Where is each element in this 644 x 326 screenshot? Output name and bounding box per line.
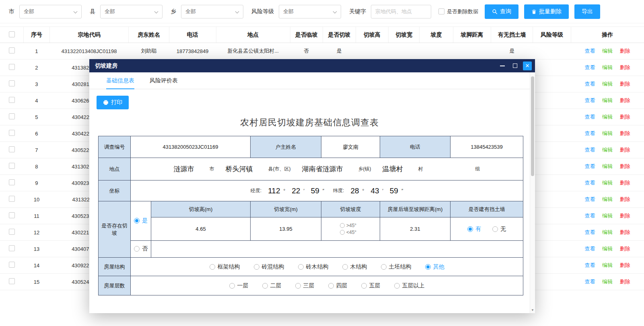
row-checkbox[interactable] xyxy=(9,97,15,103)
edit-link[interactable]: 编辑 xyxy=(602,163,613,169)
deleted-data-checkbox[interactable] xyxy=(438,8,444,14)
tab-basic-info[interactable]: 基础信息表 xyxy=(106,72,134,89)
edit-link[interactable]: 编辑 xyxy=(602,196,613,202)
structure-option[interactable]: 木结构 xyxy=(342,263,367,271)
cell-no: 10 xyxy=(24,191,50,208)
export-button[interactable]: 导出 xyxy=(574,4,600,19)
edit-link[interactable]: 编辑 xyxy=(602,147,613,153)
edit-link[interactable]: 编辑 xyxy=(602,81,613,87)
floors-option[interactable]: 一层 xyxy=(229,282,249,289)
row-checkbox[interactable] xyxy=(9,278,15,284)
row-checkbox[interactable] xyxy=(9,212,15,218)
row-checkbox[interactable] xyxy=(9,245,15,251)
structure-option[interactable]: 其他 xyxy=(425,263,444,271)
view-link[interactable]: 查看 xyxy=(584,213,595,219)
row-checkbox[interactable] xyxy=(9,163,15,169)
structure-option[interactable]: 砖混结构 xyxy=(254,263,284,271)
cut-slope-yes-option[interactable]: 是 xyxy=(134,217,148,224)
view-link[interactable]: 查看 xyxy=(584,262,595,268)
delete-link[interactable]: 删除 xyxy=(620,64,630,70)
delete-link[interactable]: 删除 xyxy=(620,196,630,202)
floors-option[interactable]: 五层 xyxy=(361,282,381,289)
close-button[interactable]: ✕ xyxy=(523,62,532,70)
delete-link[interactable]: 删除 xyxy=(620,213,630,219)
view-link[interactable]: 查看 xyxy=(584,163,595,169)
view-link[interactable]: 查看 xyxy=(584,64,595,70)
view-link[interactable]: 查看 xyxy=(584,279,595,285)
row-checkbox[interactable] xyxy=(9,64,15,70)
modal-scrollbar-thumb[interactable] xyxy=(531,76,534,176)
structure-option[interactable]: 砖木结构 xyxy=(298,263,329,271)
view-link[interactable]: 查看 xyxy=(584,114,595,120)
view-link[interactable]: 查看 xyxy=(584,229,595,235)
row-checkbox[interactable] xyxy=(9,47,15,53)
modal-scrollbar-track[interactable]: ▼ xyxy=(530,72,535,313)
select-all-checkbox[interactable] xyxy=(9,31,15,37)
minimize-button[interactable] xyxy=(498,62,507,70)
view-link[interactable]: 查看 xyxy=(584,48,595,54)
delete-link[interactable]: 删除 xyxy=(620,130,630,136)
row-checkbox[interactable] xyxy=(9,80,15,86)
deleted-data-checkbox-wrap[interactable]: 是否删除数据 xyxy=(438,8,478,15)
delete-link[interactable]: 删除 xyxy=(620,97,630,103)
delete-link[interactable]: 删除 xyxy=(620,48,630,54)
wall-no-option[interactable]: 无 xyxy=(492,226,506,233)
edit-link[interactable]: 编辑 xyxy=(602,262,613,268)
county-select[interactable]: 全部 xyxy=(100,5,163,18)
row-checkbox[interactable] xyxy=(9,113,15,119)
delete-link[interactable]: 删除 xyxy=(620,180,630,186)
floors-option[interactable]: 二层 xyxy=(262,282,282,289)
edit-link[interactable]: 编辑 xyxy=(602,229,613,235)
edit-link[interactable]: 编辑 xyxy=(602,130,613,136)
delete-link[interactable]: 删除 xyxy=(620,229,630,235)
edit-link[interactable]: 编辑 xyxy=(602,180,613,186)
view-link[interactable]: 查看 xyxy=(584,130,595,136)
view-link[interactable]: 查看 xyxy=(584,147,595,153)
edit-link[interactable]: 编辑 xyxy=(602,97,613,103)
row-checkbox[interactable] xyxy=(9,130,15,136)
delete-link[interactable]: 删除 xyxy=(620,262,630,268)
delete-link[interactable]: 删除 xyxy=(620,114,630,120)
structure-option[interactable]: 土坯结构 xyxy=(381,263,412,271)
delete-link[interactable]: 删除 xyxy=(620,81,630,87)
view-link[interactable]: 查看 xyxy=(584,97,595,103)
delete-link[interactable]: 删除 xyxy=(620,279,630,285)
batch-delete-button[interactable]: 批量删除 xyxy=(524,4,569,19)
row-checkbox[interactable] xyxy=(9,262,15,268)
row-checkbox[interactable] xyxy=(9,196,15,202)
floors-option[interactable]: 五层以上 xyxy=(394,282,425,289)
wall-yes-option[interactable]: 有 xyxy=(467,226,481,233)
structure-option[interactable]: 框架结构 xyxy=(210,263,240,271)
query-button[interactable]: 查询 xyxy=(485,4,518,19)
edit-link[interactable]: 编辑 xyxy=(602,213,613,219)
risk-level-select[interactable]: 全部 xyxy=(279,5,341,18)
edit-link[interactable]: 编辑 xyxy=(602,279,613,285)
delete-link[interactable]: 删除 xyxy=(620,246,630,252)
column-header: 风险等级 xyxy=(533,27,571,43)
cut-slope-no-option[interactable]: 否 xyxy=(134,245,148,252)
keyword-input[interactable] xyxy=(371,5,431,18)
view-link[interactable]: 查看 xyxy=(584,246,595,252)
row-checkbox[interactable] xyxy=(9,179,15,185)
edit-link[interactable]: 编辑 xyxy=(602,64,613,70)
delete-link[interactable]: 删除 xyxy=(620,163,630,169)
slope-lt45-option[interactable]: <45° xyxy=(340,230,356,235)
edit-link[interactable]: 编辑 xyxy=(602,114,613,120)
view-link[interactable]: 查看 xyxy=(584,81,595,87)
maximize-button[interactable] xyxy=(510,62,519,70)
city-select[interactable]: 全部 xyxy=(19,5,82,18)
township-select[interactable]: 全部 xyxy=(181,5,243,18)
view-link[interactable]: 查看 xyxy=(584,196,595,202)
view-link[interactable]: 查看 xyxy=(584,180,595,186)
scroll-down-arrow-icon[interactable]: ▼ xyxy=(530,309,535,312)
tab-risk-evaluation[interactable]: 风险评价表 xyxy=(150,72,178,89)
print-button[interactable]: 打印 xyxy=(97,96,129,109)
edit-link[interactable]: 编辑 xyxy=(602,48,613,54)
floors-option[interactable]: 四层 xyxy=(328,282,348,289)
floors-option[interactable]: 三层 xyxy=(295,282,315,289)
row-checkbox[interactable] xyxy=(9,229,15,235)
row-checkbox[interactable] xyxy=(9,146,15,152)
slope-gt45-option[interactable]: >45° xyxy=(340,223,356,228)
delete-link[interactable]: 删除 xyxy=(620,147,630,153)
edit-link[interactable]: 编辑 xyxy=(602,246,613,252)
